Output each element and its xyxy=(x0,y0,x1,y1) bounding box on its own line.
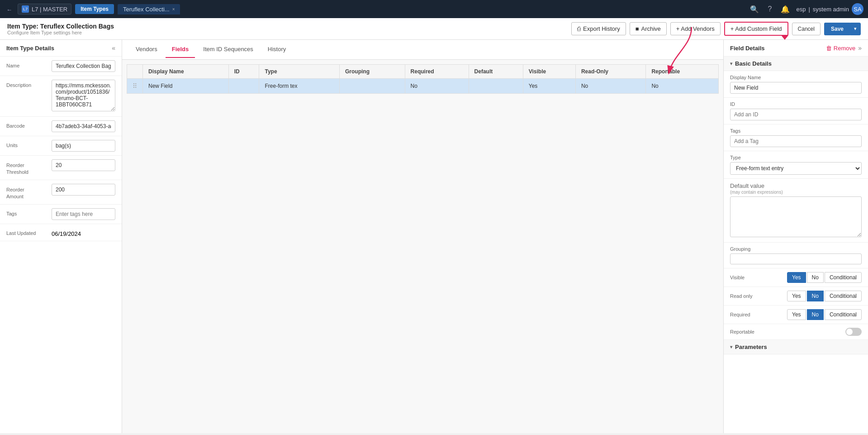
remove-field-button[interactable]: 🗑 Remove xyxy=(826,45,855,52)
tab-history[interactable]: History xyxy=(261,41,292,58)
help-button[interactable]: ? xyxy=(765,3,775,15)
add-custom-field-button[interactable]: + Add Custom Field xyxy=(724,22,788,36)
tab-vendors[interactable]: Vendors xyxy=(129,41,164,58)
reorder-threshold-label: ReorderThreshold xyxy=(6,159,47,176)
right-panel-title: Field Details xyxy=(730,45,765,52)
rp-default-value-label: Default value (may contain expressions) xyxy=(730,182,862,195)
rp-required-conditional-button[interactable]: Conditional xyxy=(825,309,862,320)
tags-field-row: Tags xyxy=(0,205,122,224)
rp-id-input[interactable] xyxy=(730,109,862,120)
units-label: Units xyxy=(6,140,47,148)
rp-read-only-no-button[interactable]: No xyxy=(807,291,824,301)
row-id xyxy=(228,79,259,94)
expand-panel-button[interactable]: » xyxy=(858,44,862,52)
reorder-threshold-input[interactable] xyxy=(52,159,115,171)
barcode-input[interactable] xyxy=(52,120,115,132)
app-label-text: L7 | MASTER xyxy=(32,6,67,13)
rp-read-only-field: Read only Yes No Conditional xyxy=(724,287,868,306)
separator: | xyxy=(808,6,810,13)
rp-tags-input[interactable] xyxy=(730,135,862,147)
collapse-panel-button[interactable]: « xyxy=(112,44,115,52)
rp-id-field: ID xyxy=(724,98,868,124)
save-caret-button[interactable]: ▾ xyxy=(850,23,861,35)
rp-tags-label: Tags xyxy=(730,128,862,134)
tags-input[interactable] xyxy=(52,208,115,220)
rp-type-label: Type xyxy=(730,155,862,160)
rp-read-only-label: Read only xyxy=(730,293,753,299)
parameters-section[interactable]: ▾ Parameters xyxy=(724,340,868,354)
rp-read-only-conditional-button[interactable]: Conditional xyxy=(825,291,862,301)
app-label: L7 L7 | MASTER xyxy=(18,4,71,14)
right-panel-header: Field Details 🗑 Remove » xyxy=(724,40,868,57)
rp-visible-yes-button[interactable]: Yes xyxy=(787,272,806,283)
add-vendors-button[interactable]: + Add Vendors xyxy=(670,22,721,35)
rp-display-name-input[interactable] xyxy=(730,82,862,94)
back-button[interactable]: ← xyxy=(5,3,14,16)
basic-details-label: Basic Details xyxy=(735,60,772,67)
search-button[interactable]: 🔍 xyxy=(747,3,762,15)
basic-details-section[interactable]: ▾ Basic Details xyxy=(724,57,868,71)
rp-grouping-input[interactable] xyxy=(730,253,862,264)
rp-reportable-label: Reportable xyxy=(730,329,754,335)
user-avatar[interactable]: SA xyxy=(852,3,863,15)
description-input[interactable]: https://mms.mckesson.com/product/1051836… xyxy=(52,80,115,111)
col-read-only: Read-Only xyxy=(575,65,646,79)
save-button[interactable]: Save xyxy=(824,23,850,35)
row-type: Free-form tex xyxy=(259,79,340,94)
tab-fields[interactable]: Fields xyxy=(166,41,195,58)
col-grouping: Grouping xyxy=(340,65,405,79)
rp-visible-conditional-button[interactable]: Conditional xyxy=(825,272,862,283)
reorder-threshold-field-row: ReorderThreshold xyxy=(0,156,122,180)
units-input[interactable] xyxy=(52,140,115,152)
page-tab[interactable]: Teruflex Collecti... × xyxy=(118,4,180,14)
table-header-row: Display Name ID Type Grouping Required D… xyxy=(127,65,719,79)
export-history-button[interactable]: ⎙ Export History xyxy=(571,22,626,35)
rp-read-only-yes-button[interactable]: Yes xyxy=(787,291,806,301)
name-label: Name xyxy=(6,60,47,68)
rp-visible-no-button[interactable]: No xyxy=(807,272,824,283)
main-layout: Item Type Details « Name Description htt… xyxy=(0,40,868,433)
archive-icon: ■ xyxy=(636,25,639,32)
avatar-icon: SA xyxy=(854,6,861,13)
top-navigation: ← L7 L7 | MASTER Item Types Teruflex Col… xyxy=(0,0,868,18)
rp-type-select[interactable]: Free-form text entry Number Date Yes/No … xyxy=(730,162,862,175)
archive-button[interactable]: ■ Archive xyxy=(630,22,667,35)
rp-default-value-input[interactable] xyxy=(730,196,862,237)
tab-item-id-sequences[interactable]: Item ID Sequences xyxy=(197,41,260,58)
page-tab-label: Teruflex Collecti... xyxy=(123,6,170,13)
last-updated-label: Last Updated xyxy=(6,228,47,236)
rp-reportable-toggle[interactable] xyxy=(845,328,862,336)
table-row[interactable]: ⠿ New Field Free-form tex No Yes No No xyxy=(127,79,719,94)
item-types-tab[interactable]: Item Types xyxy=(75,4,114,14)
basic-details-arrow: ▾ xyxy=(730,61,732,66)
description-field-row: Description https://mms.mckesson.com/pro… xyxy=(0,76,122,117)
col-id: ID xyxy=(228,65,259,79)
units-field-row: Units xyxy=(0,136,122,156)
export-icon: ⎙ xyxy=(577,25,581,32)
close-tab-icon[interactable]: × xyxy=(172,7,175,12)
row-drag-handle[interactable]: ⠿ xyxy=(127,79,143,94)
reorder-amount-field-row: ReorderAmount xyxy=(0,180,122,205)
rp-required-no-button[interactable]: No xyxy=(807,309,824,320)
archive-label: Archive xyxy=(641,25,661,32)
fields-table: Display Name ID Type Grouping Required D… xyxy=(127,64,719,94)
notification-button[interactable]: 🔔 xyxy=(778,3,792,15)
row-required: No xyxy=(405,79,469,94)
right-header-actions: 🗑 Remove » xyxy=(826,44,862,52)
barcode-field-row: Barcode xyxy=(0,117,122,136)
reorder-amount-input[interactable] xyxy=(52,184,115,196)
name-field-row: Name xyxy=(0,57,122,76)
cancel-button[interactable]: Cancel xyxy=(792,23,821,35)
tags-label: Tags xyxy=(6,208,47,216)
name-input[interactable] xyxy=(52,60,115,72)
remove-label: Remove xyxy=(834,45,855,52)
row-default xyxy=(469,79,523,94)
user-lang: esp xyxy=(796,6,806,13)
rp-grouping-field: Grouping xyxy=(724,243,868,268)
rp-required-yes-button[interactable]: Yes xyxy=(787,309,806,320)
export-history-label: Export History xyxy=(583,25,620,32)
rp-default-value-field: Default value (may contain expressions) xyxy=(724,179,868,243)
back-icon: ← xyxy=(6,6,12,13)
col-default: Default xyxy=(469,65,523,79)
col-visible: Visible xyxy=(523,65,575,79)
